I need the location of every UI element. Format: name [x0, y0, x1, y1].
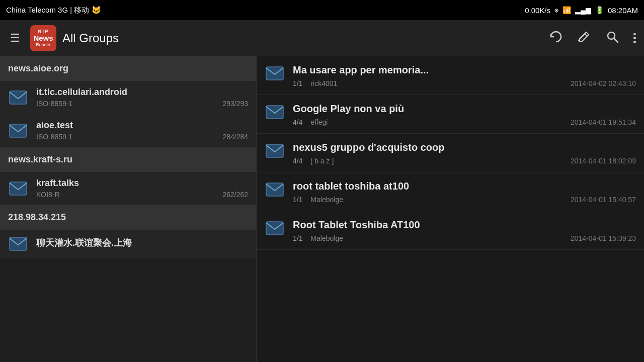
article-meta: 1/1 Malebolge 2014-04-01 15:39:23: [293, 234, 636, 242]
search-button[interactable]: [603, 28, 621, 49]
article-count-author: 4/4 [ b a z ]: [293, 157, 334, 165]
article-count: 1/1: [293, 196, 302, 204]
logo-ntp: NTP: [38, 29, 49, 34]
mail-icon: [8, 180, 28, 197]
article-date: 2014-04-01 15:40:57: [571, 196, 636, 204]
mail-icon: [8, 89, 28, 106]
article-content: Ma usare app per memoria... 1/1 rick4001…: [293, 63, 636, 87]
article-title: Google Play non va più: [293, 102, 636, 115]
group-encoding: ISO-8859-1: [36, 100, 72, 108]
article-author: [ b a z ]: [310, 157, 334, 165]
mail-icon: [265, 182, 285, 198]
article-content: nexus5 gruppo d'acquisto coop 4/4 [ b a …: [293, 141, 636, 165]
article-count: 1/1: [293, 79, 302, 87]
article-meta: 1/1 Malebolge 2014-04-01 15:40:57: [293, 196, 636, 204]
article-title: Ma usare app per memoria...: [293, 63, 636, 76]
wifi-icon: 📶: [562, 6, 571, 14]
article-date: 2014-04-01 19:51:34: [571, 118, 636, 126]
group-encoding: ISO-8859-1: [36, 133, 72, 141]
group-count: 293/293: [222, 100, 248, 108]
article-meta: 4/4 effegi 2014-04-01 19:51:34: [293, 118, 636, 126]
svg-rect-4: [10, 124, 27, 137]
logo-news: News: [33, 34, 53, 42]
group-count: 262/262: [222, 191, 248, 199]
status-right: 0.00K/s ⎈ 📶 ▂▄▆ 🔋 08:20AM: [525, 6, 638, 15]
server-header-aioe: news.aioe.org: [0, 56, 256, 81]
article-date: 2014-04-01 18:02:09: [571, 157, 636, 165]
main-layout: news.aioe.org it.tlc.cellulari.android I…: [0, 56, 644, 362]
article-count-author: 1/1 rick4001: [293, 79, 337, 87]
svg-line-2: [614, 38, 618, 42]
group-name: 聊天灌水.联谊聚会.上海: [36, 237, 248, 249]
time-text: 08:20AM: [608, 6, 638, 15]
svg-rect-5: [10, 182, 27, 195]
article-content: Root Tablet Toshiba AT100 1/1 Malebolge …: [293, 218, 636, 242]
svg-rect-3: [10, 91, 27, 104]
article-meta: 1/1 rick4001 2014-04-02 02:43:10: [293, 79, 636, 87]
article-meta: 4/4 [ b a z ] 2014-04-01 18:02:09: [293, 157, 636, 165]
refresh-button[interactable]: [547, 28, 565, 49]
article-date: 2014-04-01 15:39:23: [571, 234, 636, 242]
article-count: 4/4: [293, 118, 302, 126]
signal-icon: ▂▄▆: [575, 6, 591, 14]
right-panel: Ma usare app per memoria... 1/1 rick4001…: [257, 56, 644, 362]
mail-icon: [265, 220, 285, 236]
group-info: aioe.test ISO-8859-1 284/284: [36, 120, 248, 141]
group-info: it.tlc.cellulari.android ISO-8859-1 293/…: [36, 87, 248, 108]
article-count: 4/4: [293, 157, 302, 165]
server-header-ip: 218.98.34.215: [0, 205, 256, 230]
table-row[interactable]: Google Play non va più 4/4 effegi 2014-0…: [257, 95, 644, 134]
table-row[interactable]: nexus5 gruppo d'acquisto coop 4/4 [ b a …: [257, 134, 644, 172]
group-encoding: KOI8-R: [36, 191, 60, 199]
article-title: root tablet toshiba at100: [293, 179, 636, 193]
article-title: nexus5 gruppo d'acquisto coop: [293, 141, 636, 154]
svg-rect-9: [266, 144, 283, 157]
svg-rect-10: [266, 183, 283, 196]
group-meta: ISO-8859-1 293/293: [36, 100, 248, 108]
battery-icon: 🔋: [595, 6, 604, 14]
table-row[interactable]: root tablet toshiba at100 1/1 Malebolge …: [257, 172, 644, 211]
group-name: it.tlc.cellulari.android: [36, 87, 248, 98]
group-name: aioe.test: [36, 120, 248, 131]
group-info: kraft.talks KOI8-R 262/262: [36, 178, 248, 199]
group-info: 聊天灌水.联谊聚会.上海: [36, 237, 248, 251]
article-date: 2014-04-02 02:43:10: [571, 79, 636, 87]
mail-icon: [265, 65, 285, 81]
server-header-kraft: news.kraft-s.ru: [0, 147, 256, 172]
list-item[interactable]: aioe.test ISO-8859-1 284/284: [0, 114, 256, 147]
group-meta: ISO-8859-1 284/284: [36, 133, 248, 141]
left-panel: news.aioe.org it.tlc.cellulari.android I…: [0, 56, 257, 362]
more-options-button[interactable]: [631, 31, 638, 45]
group-name: kraft.talks: [36, 178, 248, 189]
bluetooth-icon: ⎈: [554, 6, 558, 14]
article-author: effegi: [310, 118, 328, 126]
table-row[interactable]: Root Tablet Toshiba AT100 1/1 Malebolge …: [257, 211, 644, 250]
menu-button[interactable]: ☰: [6, 30, 24, 47]
carrier-text: China Telecom 3G | 移动 🐱: [6, 6, 101, 15]
list-item[interactable]: 聊天灌水.联谊聚会.上海: [0, 230, 256, 258]
app-logo: NTP News Reader: [30, 25, 56, 51]
article-count-author: 4/4 effegi: [293, 118, 328, 126]
list-item[interactable]: kraft.talks KOI8-R 262/262: [0, 172, 256, 205]
svg-rect-11: [266, 222, 283, 235]
logo-reader: Reader: [36, 42, 51, 47]
article-count-author: 1/1 Malebolge: [293, 234, 343, 242]
app-title: All Groups: [62, 31, 541, 45]
list-item[interactable]: it.tlc.cellulari.android ISO-8859-1 293/…: [0, 81, 256, 114]
table-row[interactable]: Ma usare app per memoria... 1/1 rick4001…: [257, 56, 644, 95]
group-meta: KOI8-R 262/262: [36, 191, 248, 199]
article-count: 1/1: [293, 234, 302, 242]
compose-button[interactable]: [575, 28, 593, 49]
article-count-author: 1/1 Malebolge: [293, 196, 343, 204]
mail-icon: [265, 104, 285, 120]
svg-rect-8: [266, 106, 283, 119]
article-author: Malebolge: [310, 234, 343, 242]
svg-rect-7: [266, 67, 283, 80]
article-content: Google Play non va più 4/4 effegi 2014-0…: [293, 102, 636, 126]
app-bar-actions: [547, 28, 638, 49]
article-author: rick4001: [310, 79, 337, 87]
article-content: root tablet toshiba at100 1/1 Malebolge …: [293, 179, 636, 204]
mail-icon: [8, 236, 28, 252]
speed-text: 0.00K/s: [525, 6, 550, 15]
svg-rect-6: [10, 237, 27, 250]
